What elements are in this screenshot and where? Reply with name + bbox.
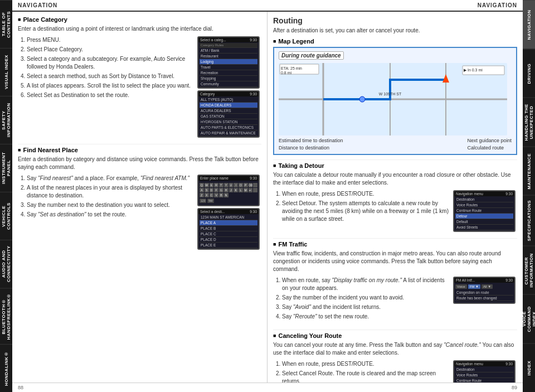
detour-screenshot: Navigation menu 9:30 Destination Voice R… [453,190,517,234]
fm-traffic-section: FM Traffic View traffic flow, incidents,… [273,238,517,325]
left-tab-vehicle[interactable]: VEHICLE CONTROLS [0,192,12,240]
place-category-screenshots: Select a categ... 9:30 Category Rules AT… [197,36,261,139]
category-list-screen: Category 9:30 ALL TYPES (AUTO) HONDA DEA… [197,90,260,138]
map-diagram: W 109TH ST ETA: 25 min 0.8 mi ▶ In 0.3 m… [279,63,512,137]
cancel-screen: Navigation menu 9:30 Destination Voice R… [453,360,515,383]
svg-text:0.8 mi: 0.8 mi [281,71,292,75]
find-nearest-desc: Enter a destination by category and dist… [18,156,261,171]
place-category-list: Press MENU. Select Place Category. Selec… [18,36,194,99]
find-nearest-section: Find Nearest Place Enter a destination b… [18,144,261,251]
find-nearest-step-1: Say "Find nearest" and a place. For exam… [27,175,194,182]
find-nearest-step-4: Say "Set as destination" to set the rout… [27,211,194,219]
left-tab-toc[interactable]: TABLE OF CONTENTS [0,0,12,48]
right-labels: Next guidance point Calculated route [467,138,512,151]
select-along-screen: Select a desti... 9:30 1234 MAIN ST AMER… [197,208,260,250]
right-tab-customer[interactable]: CUSTOMER INFORMATION [523,246,535,295]
map-legend-heading: Map Legend [273,38,517,45]
estimated-time-label: Estimated time to destination [279,138,343,143]
fm-traffic-steps: When en route, say "Display traffic on m… [273,277,450,325]
find-nearest-list: Say "Find nearest" and a place. For exam… [18,175,194,219]
place-cat-step-5: A list of places appears. Scroll the lis… [27,82,194,90]
routing-subtitle: After a destination is set, you can alte… [273,27,517,35]
keyboard-grid: Q W E R T Y U I O P [200,183,257,197]
cancel-step-2: Select Cancel Route. The route is cleare… [282,370,450,383]
find-nearest-step-3: Say the number next to the destination y… [27,201,194,209]
place-category-heading: Place Category [18,16,261,23]
calculated-route-label: Calculated route [467,145,512,151]
right-header-title: NAVIGATION [478,2,517,8]
find-nearest-steps-area: Say "Find nearest" and a place. For exam… [18,175,261,251]
left-tab-instrument[interactable]: INSTRUMENT PANEL [0,144,12,192]
map-legend-box-title: During route guidance [279,51,344,60]
right-column: Routing After a destination is set, you … [268,12,523,383]
left-tab-bluetooth[interactable]: BLUETOOTH® HANDSFREELINK® [0,288,12,344]
fm-traffic-steps-area: When en route, say "Display traffic on m… [273,277,517,325]
right-tab-specifications[interactable]: SPECIFICATIONS [523,195,535,246]
canceling-desc: You can cancel your route at any time. P… [273,341,517,357]
content-columns: Place Category Enter a destination using… [12,12,523,383]
map-legend-box: During route guidance W 109TH [273,47,517,155]
taking-detour-steps: When en route, press DEST/ROUTE. Select … [273,190,450,228]
find-nearest-steps: Say "Find nearest" and a place. For exam… [18,175,194,223]
canceling-steps: When en route, press DEST/ROUTE. Select … [273,360,450,383]
enter-place-screen: Enter place name 9:30 Q W E R [197,175,260,206]
distance-label: Distance to destination [279,145,343,151]
right-tab-maintenance[interactable]: MAINTENANCE [523,147,535,196]
taking-detour-section: Taking a Detour You can calculate a deto… [273,159,517,234]
left-tab-hondalink[interactable]: HONDALINK® [0,344,12,392]
place-category-desc: Enter a destination using a point of int… [18,25,261,33]
left-header-title: NAVIGATION [18,2,57,8]
place-cat-step-3: Select a category and a subcategory. For… [27,55,194,71]
fm-traffic-desc: View traffic flow, incidents, and constr… [273,250,517,273]
find-nearest-step-2: A list of the nearest places in your are… [27,184,194,200]
left-tab-visual[interactable]: VISUAL INDEX [0,48,12,96]
taking-detour-steps-area: When en route, press DEST/ROUTE. Select … [273,190,517,234]
right-page-num: 89 [512,385,517,390]
left-column: Place Category Enter a destination using… [12,12,268,383]
routing-title: Routing [273,16,517,25]
cancel-list: When en route, press DEST/ROUTE. Select … [273,360,450,383]
taking-detour-desc: You can calculate a detour route manuall… [273,171,517,187]
svg-text:W 109TH ST: W 109TH ST [379,92,402,96]
place-category-steps: Press MENU. Select Place Category. Selec… [18,36,194,104]
right-tab-driving[interactable]: DRIVING [523,49,535,98]
place-cat-step-4: Select a search method, such as Sort by … [27,72,194,80]
fm-step-4: Say "Reroute" to set the new route. [282,313,450,321]
place-category-steps-area: Press MENU. Select Place Category. Selec… [18,36,261,139]
canceling-heading: Canceling Your Route [273,332,517,339]
left-tab-audio[interactable]: AUDIO AND CONNECTIVITY [0,240,12,288]
detour-step-1: When en route, press DEST/ROUTE. [282,190,450,198]
left-tab-safety[interactable]: SAFETY INFORMATION [0,96,12,144]
taking-detour-heading: Taking a Detour [273,162,517,169]
fm-step-2: Say the number of the incident you want … [282,294,450,302]
canceling-steps-area: When en route, press DEST/ROUTE. Select … [273,360,517,383]
find-nearest-screenshots: Enter place name 9:30 Q W E R [197,175,261,251]
fm-step-3: Say "Avoid" and the incident list return… [282,303,450,311]
map-svg: W 109TH ST ETA: 25 min 0.8 mi ▶ In 0.3 m… [279,63,507,135]
cancel-screenshot: Navigation menu 9:30 Destination Voice R… [453,360,517,383]
map-labels: Estimated time to destination Distance t… [279,138,512,151]
fm-step-1: When en route, say "Display traffic on m… [282,277,450,292]
select-category-screen: Select a categ... 9:30 Category Rules AT… [197,36,260,89]
left-page-num: 88 [18,385,23,390]
left-labels: Estimated time to destination Distance t… [279,138,343,151]
right-tab-navigation[interactable]: NAVIGATION [523,0,535,49]
cancel-step-1: When en route, press DEST/ROUTE. [282,360,450,368]
fm-screen: FM All Intf... 9:30 Voice FM ▼ All ▼ Con… [453,277,515,304]
right-tab-index[interactable]: INDEX [523,343,535,392]
canceling-section: Canceling Your Route You can cancel your… [273,330,517,383]
right-tab-bar: NAVIGATION DRIVING HANDLING THE UNEXPECT… [523,0,535,392]
page-footer: 88 89 [12,383,523,392]
svg-text:▶ In 0.3 mi: ▶ In 0.3 mi [464,68,483,72]
place-cat-step-6: Select Set as Destination to set the rou… [27,91,194,99]
place-cat-step-1: Press MENU. [27,36,194,44]
svg-text:ETA: 25 min: ETA: 25 min [281,66,302,70]
detour-list: When en route, press DEST/ROUTE. Select … [273,190,450,223]
left-tab-bar: TABLE OF CONTENTS VISUAL INDEX SAFETY IN… [0,0,12,392]
right-tab-handling[interactable]: HANDLING THE UNEXPECTED [523,98,535,147]
fm-screenshot: FM All Intf... 9:30 Voice FM ▼ All ▼ Con… [453,277,517,306]
fm-traffic-heading: FM Traffic [273,241,517,248]
right-tab-voice[interactable]: VOICE COMMAND INDEX [523,294,535,343]
place-cat-step-2: Select Place Category. [27,46,194,54]
nav-menu-screen: Navigation menu 9:30 Destination Voice R… [453,190,515,232]
